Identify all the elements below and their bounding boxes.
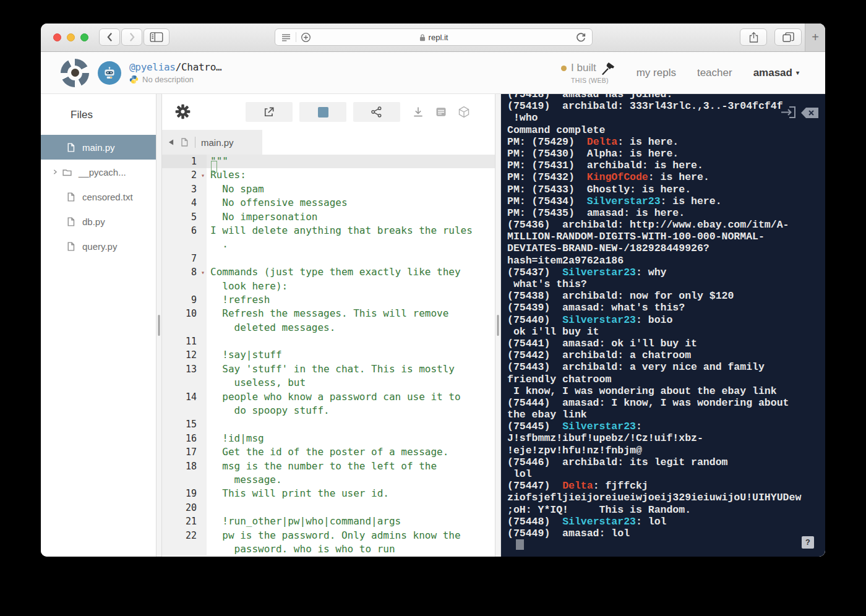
code-line[interactable]: 9 !refresh xyxy=(162,293,495,307)
code-line[interactable]: 3 No spam xyxy=(162,182,495,196)
code-line[interactable]: 22 pw is the password. Only admins know … xyxy=(162,529,495,542)
close-window-button[interactable] xyxy=(53,33,61,41)
code-line[interactable]: look here): xyxy=(162,280,495,293)
line-number: 4 xyxy=(162,196,207,210)
back-button[interactable] xyxy=(99,28,120,46)
console-clear-icon[interactable] xyxy=(800,107,819,119)
i-built-this-link[interactable]: I built THIS (WEB) xyxy=(561,61,615,85)
code-line[interactable]: 6I will delete anything that breaks the … xyxy=(162,224,495,237)
file-item-db-py[interactable]: db.py xyxy=(41,209,156,234)
repl-owner-link[interactable]: @pyelias xyxy=(129,61,176,73)
reader-view-icon[interactable] xyxy=(281,33,291,41)
code-line[interactable]: 12 !say|stuff xyxy=(162,348,495,362)
code-line[interactable]: . xyxy=(162,237,495,251)
line-number: 20 xyxy=(162,501,207,515)
code-line[interactable]: 14 people who know a password can use it… xyxy=(162,390,495,404)
tabs-overview-button[interactable] xyxy=(774,28,802,46)
code-line[interactable]: 15 xyxy=(162,417,495,431)
sidebar-resize-handle[interactable] xyxy=(156,94,162,557)
address-bar[interactable]: repl.it xyxy=(275,28,593,46)
resize-grip[interactable] xyxy=(158,315,160,336)
console-text: : lol xyxy=(636,516,667,528)
refresh-icon[interactable] xyxy=(575,32,587,44)
code-line[interactable]: 20 xyxy=(162,501,495,515)
chevron-right-icon[interactable] xyxy=(52,169,58,175)
code-line[interactable]: 4 No offensive messages xyxy=(162,196,495,210)
code-line[interactable]: message. xyxy=(162,473,495,487)
package-cube-icon[interactable] xyxy=(458,106,470,118)
line-number xyxy=(162,404,207,417)
console-cursor xyxy=(516,539,524,550)
console-text: (75448) xyxy=(507,516,562,528)
active-file-tab[interactable]: main.py xyxy=(162,130,262,155)
editor-toolbar xyxy=(162,94,495,130)
code-line[interactable]: 18 msg is the number to the left of the xyxy=(162,460,495,473)
console-popout-icon[interactable] xyxy=(780,105,797,119)
console-prompt-line[interactable] xyxy=(507,539,825,551)
zoom-window-button[interactable] xyxy=(80,33,88,41)
file-label: db.py xyxy=(82,216,105,227)
circled-plus-icon[interactable] xyxy=(301,32,311,43)
share-repl-button[interactable] xyxy=(353,102,400,122)
export-button[interactable] xyxy=(246,102,293,122)
fold-marker-icon[interactable]: ▾ xyxy=(201,266,205,280)
repl-title[interactable]: @pyelias/Chatro… xyxy=(129,61,221,73)
stop-button[interactable] xyxy=(299,102,346,122)
desktop-background: repl.it + @pyelias/Chatro… xyxy=(0,0,866,616)
code-line[interactable]: 21 !run_other|pw|who|command|args xyxy=(162,515,495,528)
line-number xyxy=(162,280,207,293)
code-line[interactable]: 16 !id|msg xyxy=(162,432,495,445)
code-line[interactable]: 17 Get the id of the poster of a message… xyxy=(162,445,495,459)
replit-logo[interactable] xyxy=(61,59,89,87)
code-line[interactable]: 8▾Commands (just type them exactly like … xyxy=(162,265,495,279)
avatar[interactable] xyxy=(98,61,121,85)
console-line: PM: (75434) Silverstar23: is here. xyxy=(507,195,825,207)
new-tab-button[interactable]: + xyxy=(805,24,825,51)
settings-gear-icon[interactable] xyxy=(174,103,191,120)
console-text: (75419) archibald: 333rl43rlc.,3..-3r04f… xyxy=(507,100,783,112)
console-resize-handle[interactable] xyxy=(495,94,501,557)
fold-marker-icon[interactable]: ▾ xyxy=(201,169,205,182)
code-line[interactable]: 13 Say 'stuff' in the chat. This is most… xyxy=(162,362,495,376)
code-text: This will print the user id. xyxy=(207,487,389,500)
console-help-button[interactable]: ? xyxy=(802,536,814,549)
code-line[interactable]: 19 This will print the user id. xyxy=(162,487,495,500)
download-icon[interactable] xyxy=(412,106,424,118)
line-number: 1 xyxy=(162,155,207,168)
code-line[interactable]: 7 xyxy=(162,252,495,265)
code-text: !say|stuff xyxy=(207,348,282,362)
file-item-query-py[interactable]: query.py xyxy=(41,234,156,259)
tab-back-arrow-icon[interactable] xyxy=(168,139,174,146)
code-line[interactable]: 10 Refresh the messages. This will remov… xyxy=(162,307,495,320)
code-line[interactable]: 11 xyxy=(162,335,495,348)
open-external-icon xyxy=(263,106,275,118)
file-item--pycach-[interactable]: __pycach... xyxy=(41,160,156,184)
code-text: Commands (just type them exactly like th… xyxy=(207,265,461,279)
file-item-main-py[interactable]: main.py xyxy=(41,135,156,160)
code-text: password. who is who to run xyxy=(207,542,395,556)
minimize-window-button[interactable] xyxy=(67,33,75,41)
user-menu[interactable]: amasad ▾ xyxy=(753,67,799,79)
console-line: hash=item2a9762a186 xyxy=(507,255,825,267)
file-item-censored-txt[interactable]: censored.txt xyxy=(41,184,156,209)
line-number: 2▾ xyxy=(162,168,207,182)
code-line[interactable]: useless, but xyxy=(162,376,495,390)
share-button[interactable] xyxy=(740,28,767,46)
code-text: Get the id of the poster of a message. xyxy=(207,445,448,459)
console-pane[interactable]: (75418) amasad has joined.(75419) archib… xyxy=(501,94,825,557)
resize-grip[interactable] xyxy=(497,315,499,336)
repl-title-block: @pyelias/Chatro… No description xyxy=(129,61,221,84)
document-list-icon[interactable] xyxy=(435,106,447,118)
my-repls-link[interactable]: my repls xyxy=(637,67,676,79)
code-line[interactable]: password. who is who to run xyxy=(162,542,495,556)
sidebar-toggle-button[interactable] xyxy=(144,28,169,46)
forward-button[interactable] xyxy=(121,28,142,46)
teacher-link[interactable]: teacher xyxy=(697,67,732,79)
line-number: 10 xyxy=(162,307,207,320)
code-line[interactable]: 5 No impersonation xyxy=(162,210,495,224)
code-text: message. xyxy=(207,473,282,487)
code-text: No offensive messages xyxy=(207,196,348,210)
code-line[interactable]: deleted messages. xyxy=(162,321,495,335)
code-line[interactable]: do spoopy stuff. xyxy=(162,404,495,417)
code-editor[interactable]: 1"""2▾Rules:3 No spam4 No offensive mess… xyxy=(162,155,495,557)
